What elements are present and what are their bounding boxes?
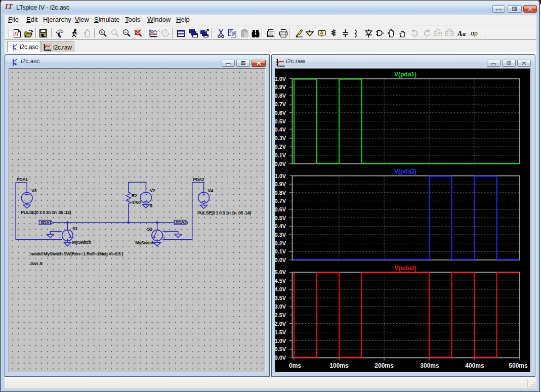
svg-text:200ms: 200ms bbox=[374, 362, 394, 369]
svg-text:0.4V: 0.4V bbox=[275, 126, 286, 133]
svg-text:PULSE(0 1 0.3 1n 1n .05 .14): PULSE(0 1 0.3 1n 1n .05 .14) bbox=[197, 210, 251, 215]
svg-text:0.8V: 0.8V bbox=[275, 93, 286, 99]
svg-text:LT: LT bbox=[14, 31, 19, 36]
svg-text:V4: V4 bbox=[208, 188, 214, 193]
svg-text:Em: Em bbox=[433, 30, 442, 37]
svg-text:0.8V: 0.8V bbox=[275, 190, 286, 196]
svg-text:0.5V: 0.5V bbox=[275, 118, 286, 124]
svg-text:0.9V: 0.9V bbox=[275, 181, 286, 187]
svg-text:5: 5 bbox=[150, 203, 152, 208]
svg-text:300ms: 300ms bbox=[420, 362, 439, 369]
svg-text:0.5V: 0.5V bbox=[275, 346, 286, 352]
svg-text:PDA1: PDA1 bbox=[17, 177, 28, 182]
svg-text:0.2V: 0.2V bbox=[275, 144, 286, 150]
svg-text:0.1V: 0.1V bbox=[275, 248, 286, 254]
svg-text:V(pda2): V(pda2) bbox=[394, 168, 417, 175]
svg-text:0.0V: 0.0V bbox=[275, 355, 286, 361]
svg-text:1.0V: 1.0V bbox=[275, 338, 286, 344]
svg-text:0.0V: 0.0V bbox=[275, 161, 286, 167]
svg-text:1.5V: 1.5V bbox=[275, 329, 286, 335]
svg-text:.model MySwitch SW(Ron=.1 Roff: .model MySwitch SW(Ron=.1 Roff=1Meg Vt=0… bbox=[29, 251, 123, 256]
svg-text:0.4V: 0.4V bbox=[275, 223, 286, 229]
svg-text:5.0V: 5.0V bbox=[275, 269, 286, 275]
svg-text:E: E bbox=[449, 30, 453, 37]
svg-text:.op: .op bbox=[469, 30, 478, 37]
svg-text:4.0V: 4.0V bbox=[275, 286, 286, 292]
svg-text:MySwitch: MySwitch bbox=[135, 240, 154, 245]
svg-text:1.0V: 1.0V bbox=[275, 173, 286, 179]
svg-text:0.6V: 0.6V bbox=[275, 110, 286, 116]
svg-text:V(sda2): V(sda2) bbox=[394, 265, 416, 272]
svg-text:0.2V: 0.2V bbox=[275, 240, 286, 246]
svg-text:1.0V: 1.0V bbox=[275, 76, 286, 82]
svg-text:0.3V: 0.3V bbox=[275, 232, 286, 238]
svg-text:V3: V3 bbox=[31, 188, 37, 193]
svg-text:MySwitch: MySwitch bbox=[72, 240, 92, 245]
svg-text:R2: R2 bbox=[132, 193, 137, 198]
svg-text:0.7V: 0.7V bbox=[275, 101, 286, 107]
svg-text:a: a bbox=[463, 30, 466, 37]
svg-text:0.7V: 0.7V bbox=[275, 198, 286, 204]
svg-text:0.3V: 0.3V bbox=[275, 135, 286, 141]
svg-text:4.5V: 4.5V bbox=[275, 278, 286, 284]
svg-text:A: A bbox=[320, 30, 323, 35]
svg-text:0.0V: 0.0V bbox=[275, 257, 286, 263]
svg-text:0.5V: 0.5V bbox=[275, 215, 286, 221]
svg-text:PULSE(0 1 0 1n 1n .05 .12): PULSE(0 1 0 1n 1n .05 .12) bbox=[21, 210, 71, 215]
svg-text:3.0V: 3.0V bbox=[275, 303, 286, 310]
svg-text:500ms: 500ms bbox=[509, 362, 528, 369]
svg-text:4700: 4700 bbox=[132, 200, 141, 205]
svg-text:A: A bbox=[457, 30, 462, 37]
svg-text:PDA2: PDA2 bbox=[193, 177, 204, 182]
svg-text:0.1V: 0.1V bbox=[275, 152, 286, 158]
svg-text:S2: S2 bbox=[147, 227, 153, 232]
svg-text:2.5V: 2.5V bbox=[275, 312, 286, 318]
svg-text:.tran .5: .tran .5 bbox=[29, 261, 43, 266]
svg-text:0ms: 0ms bbox=[289, 362, 301, 369]
svg-text:100ms: 100ms bbox=[329, 362, 349, 369]
svg-text:V2: V2 bbox=[150, 188, 155, 193]
svg-text:2.0V: 2.0V bbox=[275, 321, 286, 327]
svg-text:400ms: 400ms bbox=[465, 362, 484, 369]
svg-text:3.5V: 3.5V bbox=[275, 295, 286, 301]
svg-text:E: E bbox=[445, 30, 449, 37]
svg-text:S1: S1 bbox=[72, 226, 78, 231]
svg-text:0.6V: 0.6V bbox=[275, 206, 286, 212]
svg-text:0.9V: 0.9V bbox=[275, 84, 286, 90]
svg-text:SDA2: SDA2 bbox=[176, 220, 187, 225]
svg-text:SDA1: SDA1 bbox=[40, 220, 52, 225]
svg-text:V(pda1): V(pda1) bbox=[394, 71, 417, 78]
